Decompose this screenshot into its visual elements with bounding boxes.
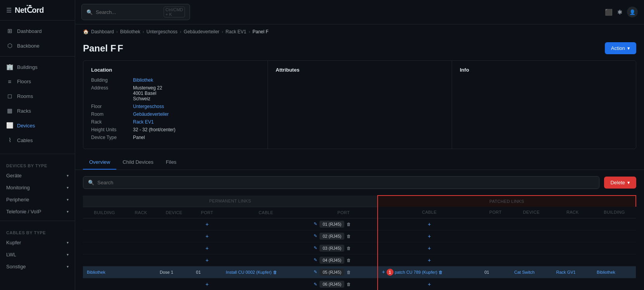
sidebar-item-peripherie[interactable]: Peripherie ▾: [0, 194, 75, 206]
cell-building: [83, 242, 126, 254]
sidebar-item-sonstige[interactable]: Sonstige ▾: [0, 261, 75, 273]
cell-building-patch: [593, 230, 636, 242]
star-icon[interactable]: ✱: [617, 9, 622, 16]
port-delete-icon[interactable]: 🗑: [347, 270, 351, 275]
chevron-down-icon: ▾: [67, 264, 69, 269]
add-permanent-icon[interactable]: +: [196, 221, 218, 227]
port-delete-icon[interactable]: 🗑: [347, 234, 351, 239]
search-delete-row: 🔍 Delete ▾: [83, 176, 636, 189]
rack-value[interactable]: Rack EV1: [133, 119, 154, 125]
add-permanent-icon[interactable]: +: [196, 281, 218, 287]
breadcrumb-gebäudeverteiler[interactable]: Gebäudeverteiler: [184, 29, 219, 34]
add-permanent-icon[interactable]: +: [196, 233, 218, 239]
cell-rack-patch: [552, 278, 593, 290]
room-value[interactable]: Gebäudeverteiler: [133, 112, 169, 117]
port-delete-icon[interactable]: 🗑: [347, 246, 351, 251]
breadcrumb-bibliothek[interactable]: Bibliothek: [120, 29, 140, 34]
search-box[interactable]: 🔍 Ctrl/CMD + K: [81, 4, 190, 20]
port-edit-icon[interactable]: ✎: [314, 221, 317, 227]
breadcrumb-rack-ev1[interactable]: Rack EV1: [226, 29, 246, 34]
breadcrumb-dashboard[interactable]: Dashboard: [91, 29, 114, 34]
sidebar-item-rooms[interactable]: ◻ Rooms: [0, 89, 75, 103]
add-patch-icon[interactable]: +: [382, 221, 477, 227]
dashboard-icon: ⊞: [6, 27, 13, 34]
port-edit-icon[interactable]: ✎: [314, 269, 317, 275]
sidebar-item-racks[interactable]: ▦ Racks: [0, 103, 75, 118]
page-title: Panel F F: [83, 43, 123, 54]
cell-port-right: ✎ 04 (RJ45) 🗑: [310, 254, 378, 266]
cell-port-patch: [480, 242, 510, 254]
tab-overview[interactable]: Overview: [83, 155, 116, 170]
sidebar-item-cables[interactable]: ⌇ Cables: [0, 133, 75, 148]
action-button[interactable]: Action ▾: [605, 42, 636, 54]
sidebar-item-kupfer[interactable]: Kupfer ▾: [0, 237, 75, 249]
port-delete-icon[interactable]: 🗑: [347, 258, 351, 263]
tab-files[interactable]: Files: [160, 155, 183, 170]
breadcrumb-untergeschoss[interactable]: Untergeschoss: [147, 29, 178, 34]
port-label: 01 (RJ45): [319, 221, 344, 228]
table-row: + ✎ 03 (RJ45) 🗑 +: [83, 242, 636, 254]
peripherie-label: Peripherie: [6, 197, 29, 202]
app-name: NetC̄ord: [15, 5, 44, 15]
sidebar-item-floors[interactable]: ≡ Floors: [0, 74, 75, 89]
cell-rack-patch-data: Rack GV1: [552, 266, 593, 278]
sidebar-item-telefonie[interactable]: Telefonie / VoIP ▾: [0, 206, 75, 218]
port-edit-icon[interactable]: ✎: [314, 245, 317, 251]
info-row-rack: Rack Rack EV1: [91, 119, 260, 125]
info-row-height-units: Height Units 32 - 32 (front/center): [91, 127, 260, 132]
device-type-label: Device Type: [91, 135, 130, 140]
chevron-down-icon: ▾: [67, 209, 69, 214]
kupfer-label: Kupfer: [6, 240, 21, 245]
terminal-icon[interactable]: ⬛: [605, 9, 613, 16]
chevron-down-icon: ▾: [67, 240, 69, 245]
breadcrumb-current: Panel F: [252, 29, 268, 34]
add-patch-icon[interactable]: +: [382, 281, 477, 287]
sidebar-item-monitoring[interactable]: Monitoring ▾: [0, 182, 75, 194]
sidebar-item-dashboard[interactable]: ⊞ Dashboard: [0, 24, 75, 38]
search-input[interactable]: [96, 9, 161, 15]
tab-child-devices[interactable]: Child Devices: [116, 155, 159, 170]
sidebar-item-lwl[interactable]: LWL ▾: [0, 249, 75, 261]
cell-building-patch-data: Bibliothek: [593, 266, 636, 278]
cell-cable-patch: +: [378, 278, 480, 290]
sidebar-item-geraete[interactable]: Geräte ▾: [0, 170, 75, 182]
cell-rack: [126, 230, 156, 242]
port-edit-icon[interactable]: ✎: [314, 282, 317, 287]
chevron-down-icon: ▾: [67, 197, 69, 202]
table-search-box[interactable]: 🔍: [83, 176, 599, 189]
cell-port-data: 01: [192, 266, 222, 278]
port-delete-icon[interactable]: 🗑: [347, 282, 351, 287]
lwl-label: LWL: [6, 252, 16, 257]
port-edit-icon[interactable]: ✎: [314, 257, 317, 263]
add-patch-icon[interactable]: +: [382, 245, 477, 251]
cell-device-data: Dose 1: [156, 266, 192, 278]
rooms-icon: ◻: [6, 93, 13, 100]
port-delete-icon[interactable]: 🗑: [347, 222, 351, 227]
add-patch-icon[interactable]: +: [382, 269, 385, 275]
add-patch-icon[interactable]: +: [382, 233, 477, 239]
height-units-label: Height Units: [91, 127, 130, 132]
cell-device-patch-data: Cat Switch: [510, 266, 552, 278]
delete-button[interactable]: Delete ▾: [604, 177, 636, 189]
patch-cable-link[interactable]: patch CU 789 (Kupfer) 🗑: [395, 270, 443, 275]
info-row-building: Building Bibliothek: [91, 77, 260, 83]
floor-value[interactable]: Untergeschoss: [133, 104, 164, 109]
sidebar-item-devices[interactable]: ⬜ Devices: [0, 118, 75, 133]
building-value[interactable]: Bibliothek: [133, 77, 153, 83]
sidebar-item-buildings[interactable]: 🏢 Buildings: [0, 60, 75, 74]
table-search-input[interactable]: [97, 180, 594, 185]
add-permanent-icon[interactable]: +: [196, 257, 218, 263]
cell-device: [156, 230, 192, 242]
geraete-label: Geräte: [6, 173, 22, 178]
user-avatar[interactable]: 👤: [627, 7, 638, 17]
table-search-icon: 🔍: [88, 180, 94, 185]
menu-icon[interactable]: ☰: [6, 7, 12, 14]
tabs: Overview Child Devices Files: [75, 155, 644, 170]
add-patch-icon[interactable]: +: [382, 257, 477, 263]
cable-link[interactable]: Install CU 0002 (Kupfer) 🗑: [226, 270, 277, 275]
info-row-address: Address Musterweg 22 4001 Basel Schweiz: [91, 85, 260, 101]
port-edit-icon[interactable]: ✎: [314, 233, 317, 239]
add-permanent-icon[interactable]: +: [196, 245, 218, 251]
cell-cable-patch: +: [378, 218, 480, 230]
sidebar-item-backbone[interactable]: ⬡ Backbone: [0, 38, 75, 53]
